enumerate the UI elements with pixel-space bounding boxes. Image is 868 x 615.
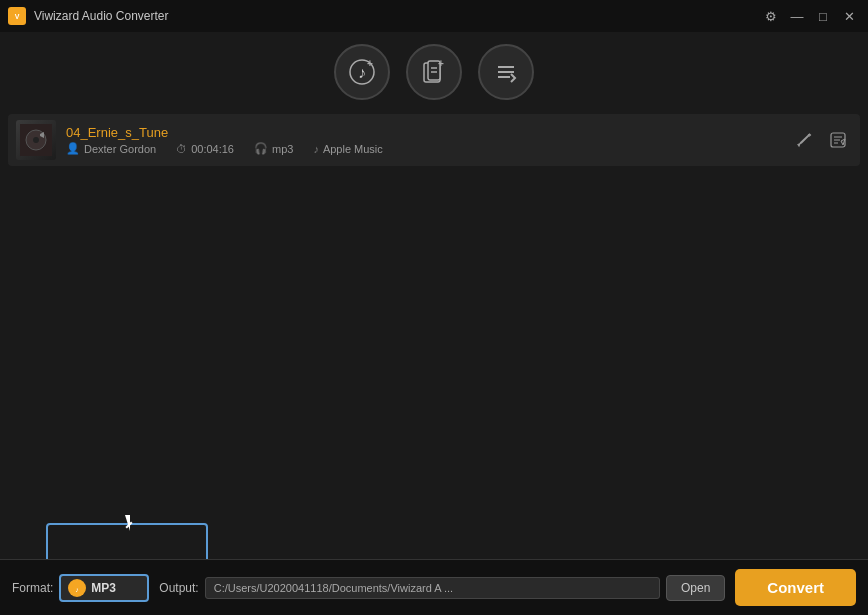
open-button[interactable]: Open <box>666 575 725 601</box>
output-path: C:/Users/U2020041118/Documents/Viwizard … <box>205 577 660 599</box>
menu-button[interactable] <box>478 44 534 100</box>
bottom-bar: Format: ♪ MP3 Output: C:/Users/U20200411… <box>0 559 868 615</box>
format-music-icon: ♪ <box>68 579 86 597</box>
track-art-inner <box>16 120 56 160</box>
svg-point-15 <box>33 137 39 143</box>
artist-meta: 👤 Dexter Gordon <box>66 142 156 155</box>
convert-button[interactable]: Convert <box>735 569 856 606</box>
svg-text:♪: ♪ <box>358 64 366 81</box>
settings-window-btn[interactable]: ⚙ <box>760 5 782 27</box>
svg-text:V: V <box>15 13 20 20</box>
track-meta: 👤 Dexter Gordon ⏱ 00:04:16 🎧 mp3 ♪ Apple… <box>66 142 780 155</box>
add-music-button[interactable]: ♪ + <box>334 44 390 100</box>
toolbar: ♪ + + <box>0 32 868 110</box>
source-meta: ♪ Apple Music <box>313 143 382 155</box>
output-label: Output: <box>159 581 198 595</box>
track-source: Apple Music <box>323 143 383 155</box>
format-value: MP3 <box>91 581 116 595</box>
add-files-button[interactable]: + <box>406 44 462 100</box>
track-art <box>16 120 56 160</box>
format-selector[interactable]: ♪ MP3 <box>59 574 149 602</box>
clock-icon: ⏱ <box>176 143 187 155</box>
track-list: 04_Ernie_s_Tune 👤 Dexter Gordon ⏱ 00:04:… <box>0 110 868 170</box>
svg-text:+: + <box>367 58 373 69</box>
track-info: 04_Ernie_s_Tune 👤 Dexter Gordon ⏱ 00:04:… <box>66 125 780 155</box>
content-area <box>0 170 868 540</box>
minimize-btn[interactable]: — <box>786 5 808 27</box>
track-title: 04_Ernie_s_Tune <box>66 125 780 140</box>
format-meta: 🎧 mp3 <box>254 142 293 155</box>
svg-text:+: + <box>438 58 444 69</box>
output-section: Output: C:/Users/U2020041118/Documents/V… <box>159 575 725 601</box>
close-btn[interactable]: ✕ <box>838 5 860 27</box>
title-bar-left: V Viwizard Audio Converter <box>8 7 169 25</box>
format-section: Format: ♪ MP3 <box>12 574 149 602</box>
maximize-btn[interactable]: □ <box>812 5 834 27</box>
svg-text:♪: ♪ <box>76 585 80 592</box>
duration-meta: ⏱ 00:04:16 <box>176 143 234 155</box>
tag-track-button[interactable] <box>824 126 852 154</box>
app-icon: V <box>8 7 26 25</box>
title-bar: V Viwizard Audio Converter ⚙ — □ ✕ <box>0 0 868 32</box>
track-duration: 00:04:16 <box>191 143 234 155</box>
track-actions <box>790 126 852 154</box>
headphone-icon: 🎧 <box>254 142 268 155</box>
track-format: mp3 <box>272 143 293 155</box>
app-title: Viwizard Audio Converter <box>34 9 169 23</box>
music-note-icon: ♪ <box>313 143 319 155</box>
track-item: 04_Ernie_s_Tune 👤 Dexter Gordon ⏱ 00:04:… <box>8 114 860 166</box>
format-label: Format: <box>12 581 53 595</box>
window-controls: ⚙ — □ ✕ <box>760 5 860 27</box>
artist-icon: 👤 <box>66 142 80 155</box>
edit-track-button[interactable] <box>790 126 818 154</box>
artist-name: Dexter Gordon <box>84 143 156 155</box>
